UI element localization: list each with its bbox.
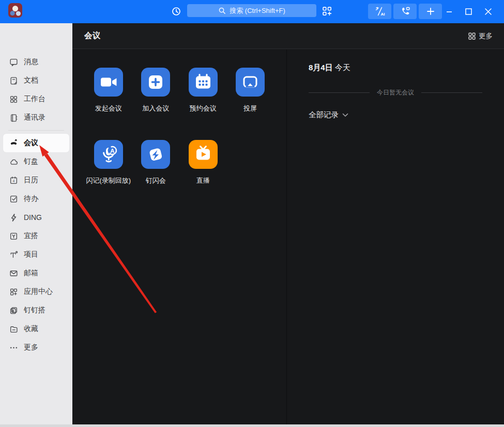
divider-line (421, 92, 482, 93)
sidebar-item-favorites[interactable]: 收藏 (0, 320, 72, 338)
favorites-folder-icon (9, 325, 18, 334)
sidebar-item-label: 工作台 (24, 94, 45, 104)
sidebar-item-label: 日历 (24, 176, 38, 185)
message-icon (9, 58, 18, 67)
history-icon[interactable] (171, 6, 182, 17)
sidebar-item-label: 文档 (24, 76, 38, 85)
sidebar-item-yida[interactable]: 宜搭 (0, 227, 72, 245)
sidebar-item-more[interactable]: 更多 (0, 338, 72, 357)
sidebar: 消息 文档 工作台 通讯录 (0, 23, 72, 424)
sidebar-item-label: 宜搭 (24, 231, 38, 241)
screen-cast-icon (236, 68, 265, 97)
lightning-icon (9, 213, 18, 222)
svg-text:4: 4 (13, 179, 15, 182)
search-placeholder: 搜索 (Ctrl+Shift+F) (230, 6, 285, 15)
sidebar-divider (8, 130, 64, 131)
more-ellipsis-icon (9, 343, 18, 352)
project-icon (9, 250, 18, 259)
sidebar-item-drive[interactable]: 钉盘 (0, 152, 72, 171)
maximize-button[interactable] (460, 0, 477, 23)
sidebar-item-project[interactable]: 项目 (0, 245, 72, 264)
dingtalk-window: 搜索 (Ctrl+Shift+F) AI (0, 0, 504, 427)
date-row: 8月4日 今天 (309, 63, 482, 73)
titlebar: 搜索 (Ctrl+Shift+F) AI (0, 0, 504, 23)
sidebar-item-calendar[interactable]: 4 日历 (0, 171, 72, 189)
meeting-actions-panel: 发起会议 加入会议 预约会议 (72, 50, 287, 424)
app-center-icon (9, 288, 18, 296)
tile-label: 加入会议 (142, 104, 169, 113)
sidebar-item-label: 项目 (24, 250, 38, 259)
tile-label: 闪记(录制回放) (86, 176, 131, 185)
document-icon (9, 76, 18, 85)
sidebar-item-label: 待办 (24, 194, 38, 203)
search-icon (218, 7, 226, 14)
dingtalk-build-icon (9, 306, 18, 315)
close-button[interactable] (479, 0, 497, 23)
sidebar-item-label: 通讯录 (24, 113, 45, 122)
tile-flash-meeting[interactable]: 钉闪会 (132, 140, 180, 185)
all-records-dropdown[interactable]: 全部记录 (309, 110, 482, 120)
sidebar-item-label: 消息 (24, 57, 38, 67)
more-grid-icon (468, 33, 476, 40)
tile-flash-record[interactable]: A 闪记(录制回放) (85, 140, 132, 185)
live-tv-icon (189, 140, 218, 169)
date-label: 8月4日 (309, 63, 333, 72)
tile-label: 发起会议 (95, 104, 122, 113)
sidebar-item-workbench[interactable]: 工作台 (0, 90, 72, 108)
sidebar-item-todo[interactable]: 待办 (0, 189, 72, 208)
sidebar-item-contacts[interactable]: 通讯录 (0, 108, 72, 127)
tile-start-meeting[interactable]: 发起会议 (85, 68, 132, 113)
tile-join-meeting[interactable]: 加入会议 (132, 68, 180, 113)
page-title: 会议 (84, 30, 100, 41)
sidebar-item-label: DING (24, 213, 42, 222)
minimize-button[interactable] (440, 0, 458, 23)
date-today-label: 今天 (335, 63, 350, 72)
call-button[interactable] (393, 4, 417, 19)
ai-translate-button[interactable]: AI (368, 4, 391, 19)
tile-live-stream[interactable]: 直播 (179, 140, 227, 185)
sidebar-item-mail[interactable]: 邮箱 (0, 264, 72, 282)
sidebar-item-messages[interactable]: 消息 (0, 53, 72, 71)
schedule-calendar-icon (189, 68, 218, 97)
today-schedule-panel: 8月4日 今天 今日暂无会议 全部记录 (287, 50, 504, 424)
video-camera-icon (94, 68, 123, 97)
calendar-icon: 4 (9, 176, 18, 185)
sidebar-item-meeting[interactable]: 会议 (3, 134, 69, 152)
sidebar-item-ding[interactable]: DING (0, 208, 72, 227)
divider-line (309, 92, 370, 93)
search-input[interactable]: 搜索 (Ctrl+Shift+F) (187, 4, 316, 17)
sidebar-item-label: 邮箱 (24, 268, 38, 278)
new-window-plus-button[interactable] (419, 4, 442, 19)
tile-schedule-meeting[interactable]: 预约会议 (179, 68, 227, 113)
sidebar-item-docs[interactable]: 文档 (0, 71, 72, 90)
flash-bolt-icon (141, 140, 170, 169)
sidebar-item-label: 收藏 (24, 324, 38, 334)
no-meetings-divider: 今日暂无会议 (309, 88, 482, 97)
mic-record-icon: A (94, 140, 123, 169)
bottom-edge-strip (0, 424, 504, 427)
meeting-content: 发起会议 加入会议 预约会议 (72, 50, 504, 424)
tile-label: 预约会议 (190, 104, 217, 113)
tile-screen-cast[interactable]: 投屏 (227, 68, 274, 113)
tile-label: 钉闪会 (146, 176, 166, 185)
user-avatar[interactable] (8, 3, 22, 18)
header-more-label: 更多 (479, 31, 493, 41)
sidebar-item-dingtalk-build[interactable]: 钉钉搭 (0, 301, 72, 320)
header-more-button[interactable]: 更多 (468, 31, 493, 41)
yida-icon (9, 232, 18, 241)
sidebar-item-label: 钉盘 (24, 157, 38, 166)
mail-icon (9, 269, 18, 278)
contacts-icon (9, 114, 18, 122)
sidebar-item-app-center[interactable]: 应用中心 (0, 282, 72, 301)
all-records-label: 全部记录 (309, 110, 339, 120)
sidebar-item-label: 更多 (24, 343, 38, 352)
meeting-page-header: 会议 更多 (72, 23, 504, 49)
svg-text:A: A (110, 148, 114, 154)
apps-add-icon[interactable] (322, 6, 333, 17)
chevron-down-icon (342, 113, 348, 117)
tile-label: 投屏 (243, 104, 257, 113)
tile-label: 直播 (196, 176, 210, 185)
phone-meeting-icon (9, 139, 18, 148)
sidebar-item-label: 钉钉搭 (24, 306, 45, 315)
grid-icon (9, 95, 18, 104)
